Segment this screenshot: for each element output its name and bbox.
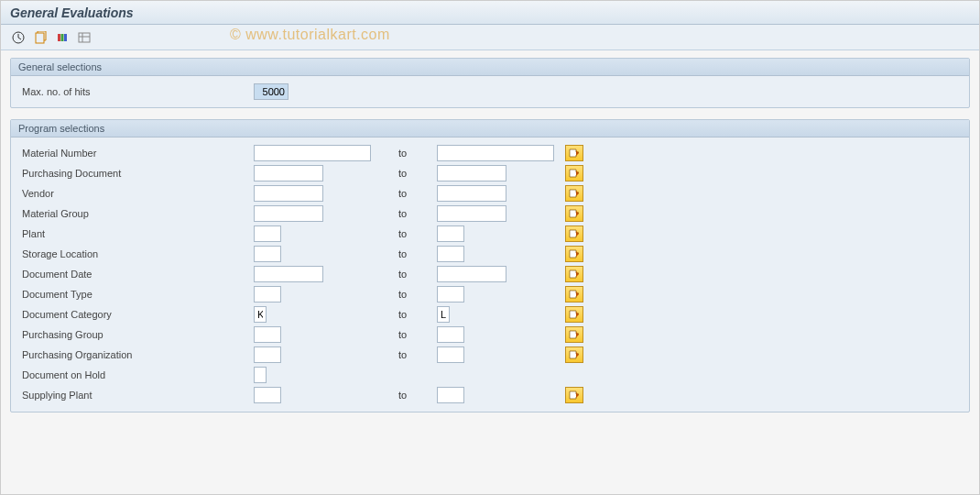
vendor-label: Vendor: [20, 188, 254, 199]
selection-button[interactable]: [54, 29, 71, 46]
plant-from-input[interactable]: [254, 226, 281, 242]
material-to-input[interactable]: [437, 145, 554, 161]
to-label: to: [398, 188, 437, 199]
to-label: to: [398, 309, 437, 320]
storageloc-from-input[interactable]: [254, 246, 281, 262]
doccat-to-input[interactable]: [437, 306, 450, 323]
svg-rect-4: [58, 34, 60, 41]
row-matgroup: Material Group to: [20, 204, 960, 224]
dochold-input[interactable]: [254, 367, 267, 383]
to-label: to: [398, 208, 437, 219]
row-doccat: Document Category to: [20, 304, 960, 324]
docdate-to-input[interactable]: [437, 266, 506, 282]
docdate-more-button[interactable]: [565, 266, 583, 282]
row-docdate: Document Date to: [20, 264, 960, 284]
purchgroup-label: Purchasing Group: [20, 329, 254, 340]
doctype-from-input[interactable]: [254, 286, 281, 302]
row-plant: Plant to: [20, 224, 960, 244]
program-selections-panel: Program selections Material Number to Pu…: [10, 119, 970, 412]
row-storageloc: Storage Location to: [20, 244, 960, 264]
storageloc-label: Storage Location: [20, 248, 254, 259]
row-vendor: Vendor to: [20, 183, 960, 204]
purchorg-from-input[interactable]: [254, 346, 281, 363]
purchorg-label: Purchasing Organization: [20, 349, 254, 360]
supplant-more-button[interactable]: [565, 387, 583, 403]
vendor-to-input[interactable]: [437, 185, 506, 202]
row-supplant: Supplying Plant to: [20, 385, 960, 405]
purchorg-more-button[interactable]: [565, 346, 583, 363]
general-selections-panel: General selections Max. no. of hits: [10, 58, 970, 108]
docdate-from-input[interactable]: [254, 266, 323, 282]
row-purchgroup: Purchasing Group to: [20, 324, 960, 345]
row-dochold: Document on Hold: [20, 365, 960, 385]
storageloc-more-button[interactable]: [565, 246, 583, 262]
purchgroup-from-input[interactable]: [254, 326, 281, 343]
to-label: to: [398, 248, 437, 259]
doccat-from-input[interactable]: [254, 306, 267, 323]
page-title: General Evaluations: [10, 6, 134, 20]
to-label: to: [398, 168, 437, 179]
to-label: to: [398, 148, 437, 159]
doctype-more-button[interactable]: [565, 286, 583, 302]
supplant-from-input[interactable]: [254, 387, 281, 403]
purchgroup-more-button[interactable]: [565, 326, 583, 343]
doccat-more-button[interactable]: [565, 306, 583, 323]
purchdoc-to-input[interactable]: [437, 165, 506, 182]
dochold-label: Document on Hold: [20, 369, 254, 380]
max-hits-input[interactable]: [254, 83, 289, 100]
svg-rect-3: [36, 33, 44, 43]
svg-rect-7: [79, 33, 90, 42]
dynamic-sel-button[interactable]: [76, 29, 93, 46]
to-label: to: [398, 289, 437, 300]
to-label: to: [398, 269, 437, 280]
program-panel-header: Program selections: [11, 120, 969, 138]
plant-label: Plant: [20, 228, 254, 239]
purchdoc-label: Purchasing Document: [20, 168, 254, 179]
matgroup-to-input[interactable]: [437, 205, 506, 222]
docdate-label: Document Date: [20, 269, 254, 280]
content-area: General selections Max. no. of hits Prog…: [1, 50, 979, 431]
matgroup-label: Material Group: [20, 208, 254, 219]
supplant-to-input[interactable]: [437, 387, 464, 403]
row-purchorg: Purchasing Organization to: [20, 345, 960, 365]
supplant-label: Supplying Plant: [20, 390, 254, 401]
execute-button[interactable]: [10, 29, 27, 46]
variant-button[interactable]: [32, 29, 49, 46]
max-hits-label: Max. no. of hits: [20, 86, 254, 97]
row-purchdoc: Purchasing Document to: [20, 163, 960, 183]
doctype-to-input[interactable]: [437, 286, 464, 302]
purchdoc-more-button[interactable]: [565, 165, 583, 182]
to-label: to: [398, 329, 437, 340]
storageloc-to-input[interactable]: [437, 246, 464, 262]
vendor-from-input[interactable]: [254, 185, 323, 202]
watermark-text: © www.tutorialkart.com: [230, 27, 390, 43]
row-doctype: Document Type to: [20, 284, 960, 304]
purchgroup-to-input[interactable]: [437, 326, 464, 343]
material-more-button[interactable]: [565, 145, 583, 161]
title-bar: General Evaluations: [1, 1, 979, 25]
svg-rect-6: [64, 34, 67, 41]
matgroup-more-button[interactable]: [565, 205, 583, 222]
plant-more-button[interactable]: [565, 226, 583, 242]
matgroup-from-input[interactable]: [254, 205, 323, 222]
svg-rect-5: [61, 34, 64, 41]
to-label: to: [398, 349, 437, 360]
row-material: Material Number to: [20, 143, 960, 163]
purchdoc-from-input[interactable]: [254, 165, 323, 182]
to-label: to: [398, 390, 437, 401]
material-from-input[interactable]: [254, 145, 371, 161]
purchorg-to-input[interactable]: [437, 346, 464, 363]
plant-to-input[interactable]: [437, 226, 464, 242]
svg-line-2: [18, 38, 21, 39]
vendor-more-button[interactable]: [565, 185, 583, 202]
doctype-label: Document Type: [20, 289, 254, 300]
to-label: to: [398, 228, 437, 239]
toolbar: © www.tutorialkart.com: [1, 25, 979, 50]
material-label: Material Number: [20, 148, 254, 159]
general-panel-header: General selections: [11, 59, 969, 76]
doccat-label: Document Category: [20, 309, 254, 320]
